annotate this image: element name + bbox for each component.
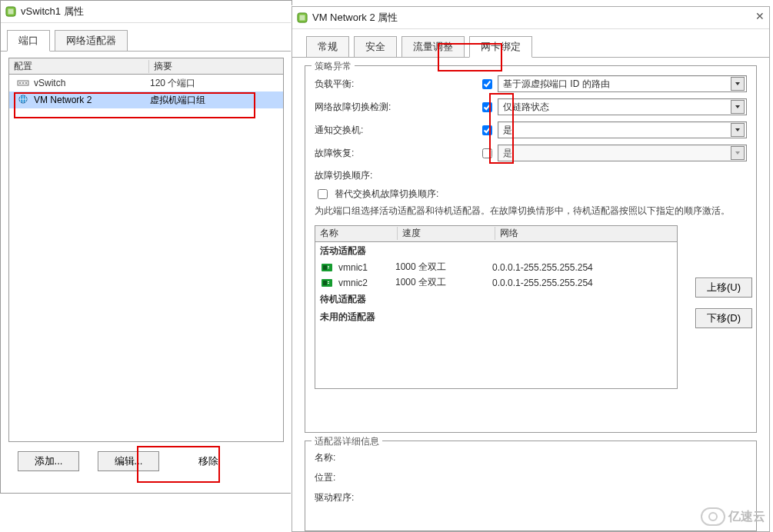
edit-button[interactable]: 编辑...	[98, 451, 159, 471]
titlebar-right: VM Network 2 属性 ✕	[292, 7, 769, 29]
col-header-name[interactable]: 名称	[315, 227, 398, 240]
label-detail-drv: 驱动程序:	[315, 491, 476, 504]
chevron-down-icon	[731, 123, 745, 137]
svg-rect-12	[328, 268, 329, 268]
row-summary: 虚拟机端口组	[145, 94, 205, 107]
detail-row: 名称:	[315, 447, 747, 467]
check-failback[interactable]	[482, 148, 492, 158]
nic-row[interactable]: vmnic1 1000 全双工 0.0.0.1-255.255.255.254	[315, 260, 677, 275]
right-tabs: 常规 安全 流量调整 网卡绑定	[292, 29, 769, 58]
section-standby: 待机适配器	[315, 291, 677, 308]
order-description: 为此端口组选择活动适配器和待机适配器。在故障切换情形中，待机适配器按照以下指定的…	[315, 204, 747, 218]
svg-point-3	[19, 82, 21, 84]
policy-exceptions-panel: 策略异常 负载平衡: 基于源虚拟端口 ID 的路由 网络故障切换检测: 仅链路状…	[305, 65, 757, 433]
col-header-config[interactable]: 配置	[9, 60, 149, 73]
row-summary: 120 个端口	[145, 77, 195, 90]
vswitch-icon	[17, 77, 29, 89]
combo-notify[interactable]: 是	[498, 121, 747, 138]
label-detail-name: 名称:	[315, 451, 476, 464]
nic-speed: 1000 全双工	[394, 276, 488, 289]
svg-point-5	[25, 82, 27, 84]
vmnetwork-properties-window: VM Network 2 属性 ✕ 常规 安全 流量调整 网卡绑定 策略异常 负…	[292, 6, 770, 532]
label-load-balance: 负载平衡:	[315, 78, 476, 91]
form-row-notify: 通知交换机: 是	[315, 118, 747, 141]
col-header-summary[interactable]: 摘要	[149, 60, 283, 73]
app-icon	[5, 6, 16, 17]
combo-failover-detect[interactable]: 仅链路状态	[498, 98, 747, 115]
combo-value: 是	[503, 147, 512, 160]
tab-general[interactable]: 常规	[306, 36, 349, 57]
move-buttons: 上移(U) 下移(D)	[695, 278, 752, 328]
label-failover-detect: 网络故障切换检测:	[315, 101, 476, 114]
nic-icon	[322, 278, 334, 288]
chevron-down-icon	[731, 77, 745, 91]
window-title: VM Network 2 属性	[312, 11, 398, 25]
row-name: VM Network 2	[34, 95, 145, 105]
config-table: 配置 摘要 vSwitch 120 个端口 VM Network 2 虚拟机端口…	[8, 58, 284, 442]
button-row: 添加... 编辑... 移除	[8, 451, 284, 471]
label-notify: 通知交换机:	[315, 124, 476, 137]
col-header-speed[interactable]: 速度	[398, 227, 495, 240]
remove-button[interactable]: 移除	[178, 451, 239, 471]
detail-row: 位置:	[315, 467, 747, 487]
check-load-balance[interactable]	[482, 79, 492, 89]
nic-icon	[322, 263, 334, 272]
check-failover-detect-wrap	[476, 100, 498, 115]
adapter-list-header: 名称 速度 网络	[315, 226, 677, 242]
adapter-list: 名称 速度 网络 活动适配器 vmnic1 1000 全双工 0.0.0.1-2…	[315, 225, 678, 389]
combo-load-balance[interactable]: 基于源虚拟端口 ID 的路由	[498, 75, 747, 92]
adapter-area: 名称 速度 网络 活动适配器 vmnic1 1000 全双工 0.0.0.1-2…	[315, 222, 747, 389]
svg-rect-11	[328, 266, 329, 267]
nic-network: 0.0.0.1-255.255.255.254	[488, 278, 677, 288]
svg-rect-16	[328, 283, 329, 284]
combo-value: 仅链路状态	[503, 101, 549, 114]
close-icon[interactable]: ✕	[755, 10, 765, 22]
svg-rect-14	[323, 281, 327, 285]
col-header-network[interactable]: 网络	[495, 227, 677, 240]
form-row-load-balance: 负载平衡: 基于源虚拟端口 ID 的路由	[315, 72, 747, 95]
nic-name: vmnic2	[338, 278, 394, 288]
svg-rect-1	[8, 9, 14, 15]
section-active: 活动适配器	[315, 242, 677, 260]
label-failback: 故障恢复:	[315, 147, 476, 160]
svg-rect-15	[328, 281, 329, 282]
tab-ports[interactable]: 端口	[7, 30, 50, 52]
check-notify[interactable]	[482, 125, 492, 135]
move-up-button[interactable]: 上移(U)	[695, 278, 752, 298]
panel-title: 适配器详细信息	[312, 435, 382, 448]
check-override[interactable]	[318, 189, 328, 199]
svg-rect-8	[300, 15, 305, 21]
table-row[interactable]: vSwitch 120 个端口	[9, 75, 283, 91]
override-row: 替代交换机故障切换顺序:	[315, 187, 747, 201]
adapter-list-body: 活动适配器 vmnic1 1000 全双工 0.0.0.1-255.255.25…	[315, 242, 677, 388]
vswitch-properties-window: vSwitch1 属性 端口 网络适配器 配置 摘要 vSwitch 120 个…	[0, 0, 292, 494]
tab-network-adapters[interactable]: 网络适配器	[55, 30, 128, 51]
panel-title: 策略异常	[312, 60, 355, 73]
row-name: vSwitch	[34, 78, 145, 88]
check-failover-detect[interactable]	[482, 102, 492, 112]
titlebar-left: vSwitch1 属性	[1, 1, 292, 23]
svg-rect-10	[323, 265, 327, 270]
nic-speed: 1000 全双工	[394, 261, 488, 274]
nic-network: 0.0.0.1-255.255.255.254	[488, 262, 677, 273]
detail-row: 驱动程序:	[315, 487, 747, 507]
combo-failback: 是	[498, 145, 747, 161]
table-row[interactable]: VM Network 2 虚拟机端口组	[9, 91, 283, 108]
combo-value: 是	[503, 124, 512, 137]
tab-traffic-shaping[interactable]: 流量调整	[401, 36, 465, 57]
combo-value: 基于源虚拟端口 ID 的路由	[503, 78, 610, 91]
form-row-failback: 故障恢复: 是	[315, 141, 747, 165]
add-button[interactable]: 添加...	[18, 451, 79, 471]
move-down-button[interactable]: 下移(D)	[695, 308, 752, 328]
config-table-header: 配置 摘要	[9, 58, 283, 75]
label-detail-loc: 位置:	[315, 471, 476, 484]
tab-security[interactable]: 安全	[354, 36, 397, 57]
app-icon	[297, 12, 308, 23]
check-notify-wrap	[476, 123, 498, 138]
network-icon	[17, 94, 29, 106]
nic-row[interactable]: vmnic2 1000 全双工 0.0.0.1-255.255.255.254	[315, 275, 677, 291]
tab-nic-teaming[interactable]: 网卡绑定	[469, 36, 532, 58]
label-override: 替代交换机故障切换顺序:	[335, 188, 438, 201]
section-unused: 未用的适配器	[315, 308, 677, 326]
left-tabs: 端口 网络适配器	[1, 23, 292, 52]
